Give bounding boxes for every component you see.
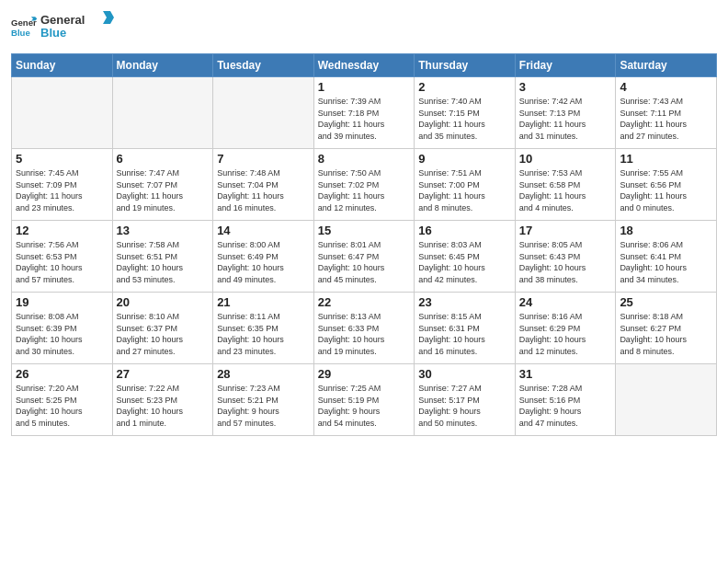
day-number: 20: [117, 295, 210, 309]
day-info: Sunrise: 7:56 AM Sunset: 6:53 PM Dayligh…: [16, 239, 108, 285]
calendar-cell: 26Sunrise: 7:20 AM Sunset: 5:25 PM Dayli…: [12, 364, 113, 436]
calendar-cell: 20Sunrise: 8:10 AM Sunset: 6:37 PM Dayli…: [112, 293, 213, 364]
day-info: Sunrise: 7:50 AM Sunset: 7:02 PM Dayligh…: [318, 167, 411, 213]
calendar-cell: 1Sunrise: 7:39 AM Sunset: 7:18 PM Daylig…: [313, 77, 415, 149]
calendar-cell: [112, 77, 213, 149]
day-number: 10: [519, 152, 612, 166]
day-number: 22: [318, 295, 411, 309]
calendar-cell: 13Sunrise: 7:58 AM Sunset: 6:51 PM Dayli…: [112, 221, 213, 293]
calendar-cell: 25Sunrise: 8:18 AM Sunset: 6:27 PM Dayli…: [616, 293, 717, 364]
day-number: 4: [620, 80, 712, 94]
weekday-header-row: SundayMondayTuesdayWednesdayThursdayFrid…: [12, 54, 717, 77]
day-number: 30: [418, 367, 511, 381]
day-number: 25: [620, 295, 712, 309]
week-row-0: 1Sunrise: 7:39 AM Sunset: 7:18 PM Daylig…: [12, 77, 717, 149]
day-number: 17: [519, 224, 612, 237]
day-number: 29: [318, 367, 411, 381]
day-number: 14: [217, 224, 310, 237]
calendar-cell: 24Sunrise: 8:16 AM Sunset: 6:29 PM Dayli…: [515, 293, 616, 364]
header: General Blue General Blue: [11, 9, 717, 46]
logo-icon: General Blue: [11, 15, 37, 40]
calendar-cell: 6Sunrise: 7:47 AM Sunset: 7:07 PM Daylig…: [112, 149, 213, 221]
day-number: 9: [418, 152, 511, 166]
day-number: 12: [16, 224, 108, 237]
day-number: 23: [418, 295, 511, 309]
day-info: Sunrise: 7:22 AM Sunset: 5:23 PM Dayligh…: [117, 383, 210, 429]
calendar-cell: 11Sunrise: 7:55 AM Sunset: 6:56 PM Dayli…: [616, 149, 717, 221]
day-info: Sunrise: 7:51 AM Sunset: 7:00 PM Dayligh…: [418, 167, 511, 213]
svg-text:Blue: Blue: [40, 26, 66, 40]
day-number: 24: [519, 295, 612, 309]
week-row-4: 26Sunrise: 7:20 AM Sunset: 5:25 PM Dayli…: [12, 364, 717, 436]
weekday-header-thursday: Thursday: [415, 54, 516, 77]
day-number: 7: [217, 152, 310, 166]
weekday-header-sunday: Sunday: [12, 54, 113, 77]
calendar-cell: 22Sunrise: 8:13 AM Sunset: 6:33 PM Dayli…: [313, 293, 415, 364]
day-number: 15: [318, 224, 411, 237]
day-info: Sunrise: 7:25 AM Sunset: 5:19 PM Dayligh…: [318, 383, 411, 429]
calendar-cell: 31Sunrise: 7:28 AM Sunset: 5:16 PM Dayli…: [515, 364, 616, 436]
calendar-cell: 16Sunrise: 8:03 AM Sunset: 6:45 PM Dayli…: [415, 221, 516, 293]
calendar-cell: 19Sunrise: 8:08 AM Sunset: 6:39 PM Dayli…: [12, 293, 113, 364]
day-info: Sunrise: 8:15 AM Sunset: 6:31 PM Dayligh…: [418, 311, 511, 357]
day-number: 31: [519, 367, 612, 381]
calendar-cell: 15Sunrise: 8:01 AM Sunset: 6:47 PM Dayli…: [313, 221, 415, 293]
day-number: 1: [318, 80, 411, 94]
day-info: Sunrise: 8:16 AM Sunset: 6:29 PM Dayligh…: [519, 311, 612, 357]
calendar-cell: 21Sunrise: 8:11 AM Sunset: 6:35 PM Dayli…: [213, 293, 314, 364]
logo-svg: General Blue: [40, 9, 114, 42]
day-info: Sunrise: 8:00 AM Sunset: 6:49 PM Dayligh…: [217, 239, 310, 285]
day-info: Sunrise: 7:39 AM Sunset: 7:18 PM Dayligh…: [318, 96, 411, 142]
day-info: Sunrise: 7:40 AM Sunset: 7:15 PM Dayligh…: [418, 96, 511, 142]
day-number: 13: [117, 224, 210, 237]
day-number: 18: [620, 224, 712, 237]
day-info: Sunrise: 8:13 AM Sunset: 6:33 PM Dayligh…: [318, 311, 411, 357]
day-info: Sunrise: 8:10 AM Sunset: 6:37 PM Dayligh…: [117, 311, 210, 357]
calendar-cell: 2Sunrise: 7:40 AM Sunset: 7:15 PM Daylig…: [415, 77, 516, 149]
weekday-header-wednesday: Wednesday: [313, 54, 415, 77]
day-info: Sunrise: 8:05 AM Sunset: 6:43 PM Dayligh…: [519, 239, 612, 285]
page: General Blue General Blue SundayMondayTu…: [0, 0, 728, 563]
day-info: Sunrise: 8:18 AM Sunset: 6:27 PM Dayligh…: [620, 311, 712, 357]
calendar-cell: 28Sunrise: 7:23 AM Sunset: 5:21 PM Dayli…: [213, 364, 314, 436]
calendar-cell: 17Sunrise: 8:05 AM Sunset: 6:43 PM Dayli…: [515, 221, 616, 293]
calendar-cell: [12, 77, 113, 149]
day-info: Sunrise: 7:58 AM Sunset: 6:51 PM Dayligh…: [117, 239, 210, 285]
calendar-cell: 12Sunrise: 7:56 AM Sunset: 6:53 PM Dayli…: [12, 221, 113, 293]
day-number: 26: [16, 367, 108, 381]
day-number: 2: [418, 80, 511, 94]
calendar-cell: 29Sunrise: 7:25 AM Sunset: 5:19 PM Dayli…: [313, 364, 415, 436]
day-info: Sunrise: 8:11 AM Sunset: 6:35 PM Dayligh…: [217, 311, 310, 357]
day-info: Sunrise: 7:23 AM Sunset: 5:21 PM Dayligh…: [217, 383, 310, 429]
calendar-cell: 23Sunrise: 8:15 AM Sunset: 6:31 PM Dayli…: [415, 293, 516, 364]
calendar-cell: 7Sunrise: 7:48 AM Sunset: 7:04 PM Daylig…: [213, 149, 314, 221]
calendar-cell: 27Sunrise: 7:22 AM Sunset: 5:23 PM Dayli…: [112, 364, 213, 436]
day-info: Sunrise: 7:47 AM Sunset: 7:07 PM Dayligh…: [117, 167, 210, 213]
day-info: Sunrise: 8:03 AM Sunset: 6:45 PM Dayligh…: [418, 239, 511, 285]
calendar-cell: 3Sunrise: 7:42 AM Sunset: 7:13 PM Daylig…: [515, 77, 616, 149]
calendar-cell: 4Sunrise: 7:43 AM Sunset: 7:11 PM Daylig…: [616, 77, 717, 149]
weekday-header-monday: Monday: [112, 54, 213, 77]
day-info: Sunrise: 7:53 AM Sunset: 6:58 PM Dayligh…: [519, 167, 612, 213]
day-info: Sunrise: 7:45 AM Sunset: 7:09 PM Dayligh…: [16, 167, 108, 213]
day-number: 28: [217, 367, 310, 381]
day-info: Sunrise: 8:08 AM Sunset: 6:39 PM Dayligh…: [16, 311, 108, 357]
day-number: 6: [117, 152, 210, 166]
day-info: Sunrise: 7:28 AM Sunset: 5:16 PM Dayligh…: [519, 383, 612, 429]
day-info: Sunrise: 7:27 AM Sunset: 5:17 PM Dayligh…: [418, 383, 511, 429]
day-number: 11: [620, 152, 712, 166]
day-info: Sunrise: 7:43 AM Sunset: 7:11 PM Dayligh…: [620, 96, 712, 142]
calendar-cell: 30Sunrise: 7:27 AM Sunset: 5:17 PM Dayli…: [415, 364, 516, 436]
day-number: 5: [16, 152, 108, 166]
calendar-cell: 10Sunrise: 7:53 AM Sunset: 6:58 PM Dayli…: [515, 149, 616, 221]
svg-text:General: General: [40, 13, 85, 27]
day-number: 19: [16, 295, 108, 309]
calendar-cell: 8Sunrise: 7:50 AM Sunset: 7:02 PM Daylig…: [313, 149, 415, 221]
day-info: Sunrise: 8:06 AM Sunset: 6:41 PM Dayligh…: [620, 239, 712, 285]
logo: General Blue General Blue: [11, 9, 114, 46]
weekday-header-tuesday: Tuesday: [213, 54, 314, 77]
weekday-header-saturday: Saturday: [616, 54, 717, 77]
day-number: 3: [519, 80, 612, 94]
day-info: Sunrise: 7:42 AM Sunset: 7:13 PM Dayligh…: [519, 96, 612, 142]
day-number: 16: [418, 224, 511, 237]
